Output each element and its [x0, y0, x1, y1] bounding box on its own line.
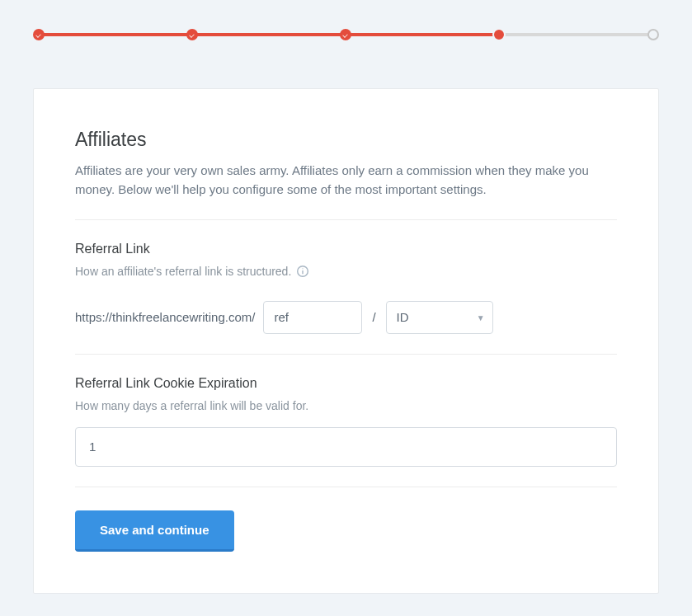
referral-link-builder: https://thinkfreelancewriting.com/ / ID … — [75, 301, 617, 334]
referral-link-description: How an affiliate's referral link is stru… — [75, 265, 617, 278]
save-continue-button[interactable]: Save and continue — [75, 510, 234, 552]
url-prefix: https://thinkfreelancewriting.com/ — [75, 310, 255, 324]
divider — [75, 354, 617, 355]
cookie-expiration-description: How many days a referral link will be va… — [75, 399, 617, 412]
id-type-select[interactable]: ID — [386, 301, 493, 334]
referral-link-description-text: How an affiliate's referral link is stru… — [75, 265, 291, 278]
divider — [75, 487, 617, 487]
page-title: Affiliates — [75, 129, 617, 151]
id-select-wrap: ID ▼ — [386, 301, 493, 334]
cookie-expiration-title: Referral Link Cookie Expiration — [75, 376, 617, 391]
step-5-pending[interactable] — [647, 29, 659, 40]
step-3-completed[interactable] — [340, 29, 351, 40]
step-1-completed[interactable] — [33, 29, 45, 40]
cookie-days-input[interactable] — [75, 427, 617, 467]
referral-link-section: Referral Link How an affiliate's referra… — [75, 242, 617, 334]
info-icon[interactable] — [296, 265, 309, 278]
cookie-expiration-description-text: How many days a referral link will be va… — [75, 399, 308, 412]
cookie-expiration-section: Referral Link Cookie Expiration How many… — [75, 376, 617, 467]
progress-stepper — [0, 0, 692, 40]
divider — [75, 219, 617, 220]
page-description: Affiliates are your very own sales army.… — [75, 161, 617, 200]
step-4-current[interactable] — [492, 28, 506, 41]
step-2-completed[interactable] — [186, 29, 198, 40]
referral-link-title: Referral Link — [75, 242, 617, 256]
ref-slug-input[interactable] — [263, 301, 362, 334]
svg-point-2 — [303, 268, 304, 269]
affiliates-card: Affiliates Affiliates are your very own … — [33, 88, 659, 594]
url-separator: / — [370, 310, 377, 324]
